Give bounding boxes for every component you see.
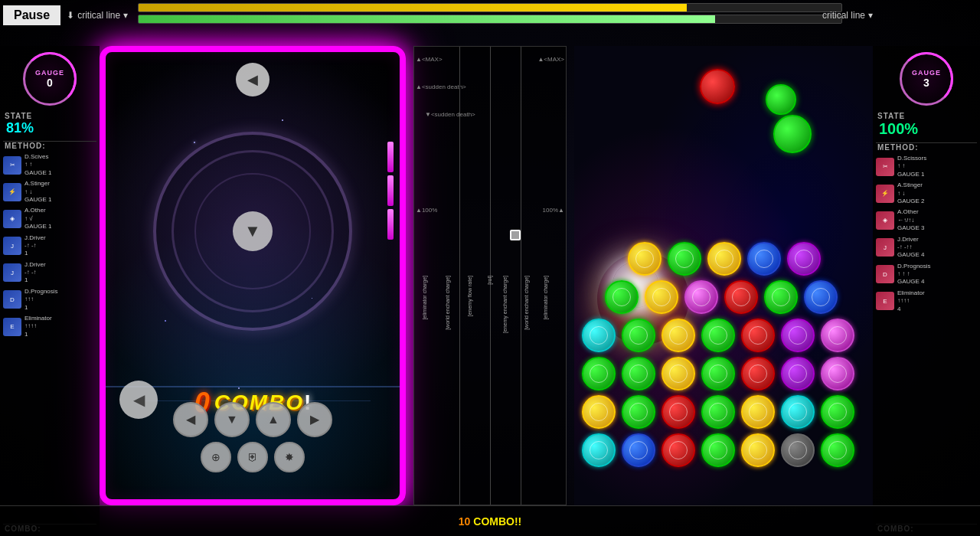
pause-button[interactable]: Pause — [3, 5, 60, 25]
orb-r5-2 — [622, 395, 655, 429]
progress-bar-yellow-inner — [139, 4, 687, 11]
orb-r6-4 — [701, 433, 735, 467]
center-scroll-area: ▲<MAX> ▲<sudden death> ▼<sudden death> ▲… — [413, 46, 567, 505]
card-btn-target[interactable]: ⊕ — [201, 442, 231, 472]
progress-area: ◄► ◄► — [138, 3, 842, 26]
left-method-text-7: Eliminator↑↑↑↑1 — [24, 315, 52, 338]
card-back-button[interactable]: ◀ — [236, 63, 270, 96]
scroll-columns-container: ▲<MAX> ▲<sudden death> ▼<sudden death> ▲… — [413, 46, 567, 505]
max-label-left-top: ▲<MAX> — [416, 56, 443, 63]
orb-r3-6 — [781, 319, 815, 352]
game-field — [574, 46, 873, 505]
left-panel: GAUGE 0 STATE 81% METHOD: ✂ D.Scives↑ ↑G… — [0, 46, 100, 536]
orb-r5-6 — [781, 395, 815, 429]
right-method-item-4: J J.Driver-↑ -↑↑GAUGE 4 — [876, 236, 977, 260]
scroll-inner: ▲<MAX> ▲<sudden death> ▼<sudden death> ▲… — [414, 47, 566, 505]
orb-r4-1 — [582, 357, 616, 391]
orb-r1-3 — [707, 242, 741, 276]
critical-line-left: ⬇ critical line ▾ — [67, 10, 128, 21]
left-method-text-2: A.Stinger↑ ↓GAUGE 1 — [24, 180, 52, 204]
card-btn-shield[interactable]: ⛨ — [237, 442, 268, 472]
left-method-text-1: D.Scives↑ ↑GAUGE 1 — [24, 153, 52, 177]
card-btn-burst[interactable]: ✸ — [274, 442, 305, 472]
speed-indicator — [510, 230, 521, 240]
right-method-icon-1: ✂ — [876, 158, 894, 176]
card-btn-down[interactable]: ▼ — [214, 402, 250, 437]
orb-r4-4 — [701, 357, 735, 391]
card-down-button[interactable]: ▼ — [233, 211, 273, 251]
pct-label-100: ▲100% — [416, 207, 437, 214]
left-gauge-label: GAUGE — [35, 69, 64, 77]
bottom-bar: 10 COMBO!! — [0, 505, 980, 536]
combo-left-arrow-button[interactable]: ◀ — [119, 381, 158, 419]
right-method-text-1: D.Scissors↑ ↑GAUGE 1 — [897, 155, 926, 178]
orb-r6-2 — [622, 433, 655, 467]
bottom-combo-number: 10 — [459, 515, 471, 528]
left-method-item-1: ✂ D.Scives↑ ↑GAUGE 1 — [3, 153, 96, 177]
orb-r5-7 — [821, 395, 854, 429]
scroll-label-2: [world enchant charge] — [445, 276, 450, 330]
scroll-label-1: [eliminator charge] — [422, 276, 427, 320]
card-side-bar-3 — [387, 209, 394, 240]
divider-3 — [521, 47, 521, 505]
orb-r4-3 — [662, 357, 695, 391]
right-method-item-2: ⚡ A.Stinger↑ ↓GAUGE 2 — [876, 181, 977, 205]
right-gauge-label: GAUGE — [912, 69, 941, 77]
orb-r6-5 — [741, 433, 775, 467]
right-method-icon-2: ⚡ — [876, 185, 894, 203]
orb-r3-3 — [662, 319, 695, 352]
left-method-item-4: J J.Driver-↑ -↑1 — [3, 234, 96, 258]
progress-bar-green-outer — [138, 15, 842, 24]
critical-line-left-label: critical line — [77, 10, 120, 21]
right-method-icon-5: D — [876, 265, 894, 283]
orb-r1-4 — [747, 242, 781, 276]
orb-r5-1 — [582, 395, 616, 429]
scroll-label-3: [enemy flow rate] — [467, 276, 472, 316]
left-method-item-7: E Eliminator↑↑↑↑1 — [3, 315, 96, 338]
orb-r6-6 — [781, 433, 815, 467]
left-method-item-5: J J.Driver-↑ -↑1 — [3, 261, 96, 285]
right-method-text-6: Eliminator↑↑↑↑4 — [897, 289, 925, 313]
card-side-bar-2 — [387, 175, 394, 206]
pct-label-100-right: 100%▲ — [543, 207, 564, 214]
bottom-combo-display: 10 COMBO!! — [459, 515, 522, 528]
left-method-text-5: J.Driver-↑ -↑1 — [24, 261, 46, 285]
critical-line-right: critical line ▾ — [822, 10, 873, 21]
orb-r3-5 — [741, 319, 775, 352]
card-side-bars — [387, 142, 394, 240]
left-method-icon-4: J — [3, 237, 21, 255]
right-gauge-circle: GAUGE 3 — [900, 52, 953, 106]
sudden-death-label: ▲<sudden death> — [416, 83, 466, 90]
orb-r4-6 — [781, 357, 815, 391]
card-btn-up[interactable]: ▲ — [256, 402, 291, 437]
orb-r5-4 — [701, 395, 735, 429]
bottom-combo-text: COMBO!! — [473, 515, 521, 528]
right-method-text-3: A.Other←↑/↑↓GAUGE 3 — [897, 208, 925, 232]
orb-red-top — [700, 69, 735, 104]
progress-bar-green-inner — [139, 15, 715, 23]
left-gauge-circle: GAUGE 0 — [23, 52, 77, 106]
orb-r1-5 — [787, 242, 821, 276]
max-label-right-top: ▲<MAX> — [537, 56, 564, 63]
orb-r1-2 — [668, 242, 701, 276]
orb-r3-1 — [582, 319, 616, 352]
left-method-icon-1: ✂ — [3, 156, 21, 175]
orb-r2-1 — [605, 280, 639, 314]
left-gauge-value: 0 — [47, 77, 53, 89]
left-method-item-2: ⚡ A.Stinger↑ ↓GAUGE 1 — [3, 180, 96, 204]
orb-r5-3 — [662, 395, 695, 429]
card-btn-row-1: ◀ ▼ ▲ ▶ — [173, 402, 332, 437]
orb-r3-2 — [622, 319, 655, 352]
card-btn-left[interactable]: ◀ — [173, 402, 208, 437]
orb-r4-2 — [622, 357, 655, 391]
card-side-bar-1 — [387, 142, 394, 172]
left-method-icon-6: D — [3, 290, 21, 309]
left-method-item-6: D D.Prognosis↑↑↑1 — [3, 288, 96, 312]
orb-r5-5 — [741, 395, 775, 429]
left-state-label: STATE — [3, 112, 96, 120]
orb-r4-7 — [821, 357, 854, 391]
left-method-icon-5: J — [3, 263, 21, 282]
card-btn-right[interactable]: ▶ — [297, 402, 332, 437]
right-method-text-4: J.Driver-↑ -↑↑GAUGE 4 — [897, 236, 925, 260]
right-method-icon-3: ◈ — [876, 211, 894, 230]
